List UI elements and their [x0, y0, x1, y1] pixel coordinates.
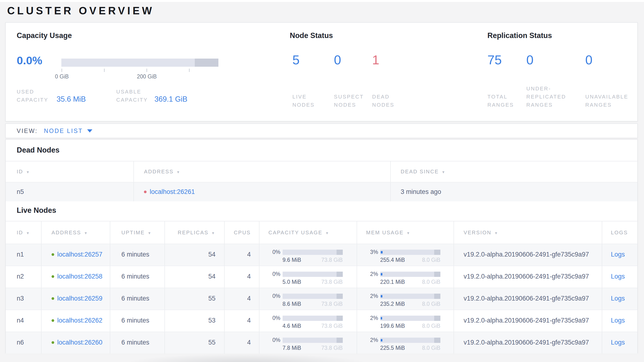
logs-link[interactable]: Logs	[611, 317, 625, 324]
capacity-bar	[282, 338, 343, 343]
dead-nodes-count: 1	[372, 52, 379, 67]
column-header-capacity-usage[interactable]: CAPACITY USAGE	[259, 221, 356, 244]
mem-bar-reserved-segment	[434, 294, 440, 299]
used-capacity-label: USED CAPACITY	[17, 88, 52, 104]
node-cpus: 4	[224, 310, 259, 332]
sort-desc-icon	[145, 230, 152, 236]
logs-link[interactable]: Logs	[611, 273, 625, 280]
view-selector-dropdown[interactable]: NODE LIST	[44, 127, 92, 134]
mem-total: 8.0 GiB	[422, 345, 440, 351]
column-header-id[interactable]: ID	[6, 161, 134, 182]
node-id: n5	[6, 183, 134, 201]
replication-status-section: Replication Status 75 TOTAL RANGES 0 UND…	[488, 23, 640, 121]
mem-bar	[380, 272, 440, 277]
mem-total: 8.0 GiB	[422, 279, 440, 285]
capacity-bar-reserved-segment	[336, 250, 343, 255]
axis-tick	[62, 69, 62, 72]
capacity-total: 73.8 GiB	[321, 257, 343, 263]
node-id: n3	[6, 288, 41, 310]
logs-link[interactable]: Logs	[611, 339, 625, 346]
mem-percent: 3%	[366, 249, 378, 255]
mem-bar-reserved-segment	[434, 338, 440, 343]
column-header-logs: LOGS	[602, 221, 637, 244]
mem-bar-reserved-segment	[434, 250, 440, 255]
node-address-cell: localhost:26259	[41, 288, 110, 310]
node-cpus: 4	[224, 288, 259, 310]
mem-used: 220.1 MiB	[380, 279, 405, 285]
node-version: v19.2.0-alpha.20190606-2491-gfe735c9a97	[454, 244, 602, 266]
logs-link[interactable]: Logs	[611, 251, 625, 258]
node-live-icon	[52, 297, 54, 300]
capacity-bar-reserved-segment	[195, 59, 218, 67]
mem-percent: 2%	[366, 293, 378, 299]
view-bar: VIEW: NODE LIST	[5, 123, 638, 138]
cluster-overview-page: CLUSTER OVERVIEW Capacity Usage 0.0% 0 G…	[0, 0, 644, 362]
capacity-used: 7.8 MiB	[282, 345, 301, 351]
mem-bar-fill	[381, 295, 382, 297]
node-address-link[interactable]: localhost:26262	[57, 317, 102, 324]
top-strip	[0, 0, 644, 2]
column-header-replicas[interactable]: REPLICAS	[164, 221, 224, 244]
column-header-version[interactable]: VERSION	[454, 221, 602, 244]
node-logs-cell: Logs	[602, 266, 637, 288]
mem-bar-fill	[381, 251, 383, 253]
capacity-used: 8.6 MiB	[282, 301, 301, 307]
mem-bar-reserved-segment	[434, 316, 440, 321]
unavailable-ranges-label: UNAVAILABLE RANGES	[585, 93, 636, 109]
node-version: v19.2.0-alpha.20190606-2491-gfe735c9a97	[454, 288, 602, 310]
node-live-icon	[52, 275, 54, 278]
capacity-total: 73.8 GiB	[321, 323, 343, 329]
suspect-nodes-label: SUSPECT NODES	[334, 93, 372, 109]
node-cpus: 4	[224, 244, 259, 266]
live-node-row: n4 localhost:26262 6 minutes 53 4 0% 4.6…	[6, 310, 637, 332]
node-replicas: 54	[164, 244, 224, 266]
live-node-row: n2 localhost:26258 6 minutes 54 4 0% 5.0…	[6, 266, 637, 288]
node-id: n6	[6, 332, 41, 354]
usable-capacity-value: 369.1 GiB	[154, 95, 188, 104]
node-address-cell: localhost:26257	[41, 244, 110, 266]
capacity-bar	[282, 250, 343, 255]
column-header-id[interactable]: ID	[6, 221, 41, 244]
axis-label-0gib: 0 GiB	[55, 73, 69, 80]
mem-bar-fill	[381, 273, 382, 275]
column-header-uptime[interactable]: UPTIME	[110, 221, 164, 244]
node-address-link[interactable]: localhost:26258	[57, 273, 102, 280]
node-address-link[interactable]: localhost:26259	[57, 295, 102, 302]
sort-desc-icon	[322, 230, 330, 236]
capacity-percent: 0%	[268, 293, 280, 299]
capacity-used: 4.6 MiB	[282, 323, 301, 329]
column-header-dead-since[interactable]: DEAD SINCE	[390, 161, 637, 182]
node-uptime: 6 minutes	[110, 288, 164, 310]
capacity-bar-reserved-segment	[336, 294, 343, 299]
node-live-icon	[52, 253, 54, 256]
node-cpus: 4	[224, 332, 259, 354]
mem-total: 8.0 GiB	[422, 301, 440, 307]
node-mem-cell: 2% 235.2 MiB8.0 GiB	[356, 288, 454, 310]
mem-bar-fill	[381, 339, 382, 341]
capacity-total: 73.8 GiB	[321, 301, 343, 307]
node-address-link[interactable]: localhost:26260	[57, 339, 102, 346]
mem-used: 199.6 MiB	[380, 323, 405, 329]
node-replicas: 54	[164, 266, 224, 288]
mem-bar-reserved-segment	[434, 272, 440, 277]
node-id: n4	[6, 310, 41, 332]
node-mem-cell: 2% 220.1 MiB8.0 GiB	[356, 266, 454, 288]
column-header-address[interactable]: ADDRESS	[134, 161, 390, 182]
live-nodes-heading: Live Nodes	[6, 201, 637, 221]
column-header-address[interactable]: ADDRESS	[41, 221, 110, 244]
mem-used: 255.4 MiB	[380, 257, 405, 263]
node-capacity-cell: 0% 7.8 MiB73.8 GiB	[259, 332, 356, 354]
column-header-mem-usage[interactable]: MEM USAGE	[356, 221, 454, 244]
logs-link[interactable]: Logs	[611, 295, 625, 302]
page-title: CLUSTER OVERVIEW	[7, 5, 154, 17]
sort-desc-icon	[404, 230, 410, 236]
node-address-link[interactable]: localhost:26261	[150, 188, 195, 196]
node-capacity-cell: 0% 4.6 MiB73.8 GiB	[259, 310, 356, 332]
live-node-row: n1 localhost:26257 6 minutes 54 4 0% 9.6…	[6, 244, 637, 266]
capacity-total: 73.8 GiB	[321, 279, 343, 285]
live-nodes-header-row: ID ADDRESS UPTIME REPLICAS CPUS CAPACITY…	[6, 221, 637, 244]
capacity-bar	[282, 294, 343, 299]
capacity-bar	[282, 316, 343, 321]
node-uptime: 6 minutes	[110, 266, 164, 288]
node-address-link[interactable]: localhost:26257	[57, 251, 102, 258]
